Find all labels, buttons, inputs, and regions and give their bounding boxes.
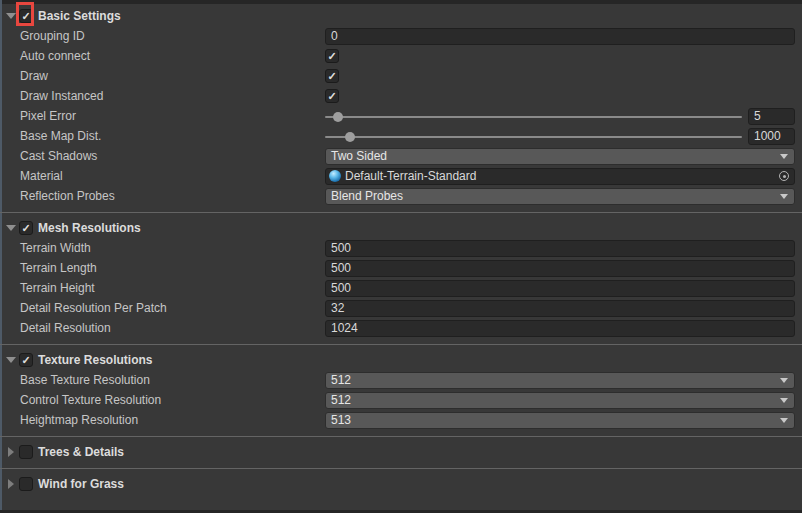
row-terrain-length: Terrain Length500 [2, 258, 802, 278]
dropdown-value: 512 [331, 373, 351, 388]
dropdown-value: 513 [331, 413, 351, 428]
field-label: Grouping ID [2, 29, 325, 43]
triangle-down-icon [6, 225, 16, 231]
foldout-toggle[interactable] [2, 357, 19, 363]
terrain-length-input[interactable]: 500 [325, 260, 795, 277]
field-value-area: 0 [325, 28, 795, 45]
foldout-toggle[interactable] [2, 225, 19, 231]
heightmap-resolution-dropdown[interactable]: 513 [325, 412, 795, 429]
auto-connect-checkbox[interactable]: ✓ [325, 49, 339, 63]
reflection-probes-dropdown[interactable]: Blend Probes [325, 188, 795, 205]
row-cast-shadows: Cast ShadowsTwo Sided [2, 146, 802, 166]
field-value-area: Default-Terrain-Standard [325, 168, 795, 185]
row-pixel-error: Pixel Error5 [2, 106, 802, 126]
row-auto-connect: Auto connect✓ [2, 46, 802, 66]
section-title: Mesh Resolutions [38, 221, 141, 235]
wind-for-grass-checkbox[interactable] [19, 477, 33, 491]
terrain-width-input[interactable]: 500 [325, 240, 795, 257]
slider-track [325, 116, 742, 118]
dropdown-value: Two Sided [331, 149, 387, 164]
row-base-map-dist: Base Map Dist.1000 [2, 126, 802, 146]
draw-instanced-checkbox[interactable]: ✓ [325, 89, 339, 103]
mesh-resolutions-checkbox[interactable]: ✓ [19, 221, 33, 235]
base-map-dist-input[interactable]: 1000 [748, 128, 795, 145]
field-label: Terrain Width [2, 241, 325, 255]
field-value-area: 500 [325, 240, 795, 257]
object-picker-icon[interactable] [779, 171, 789, 181]
row-base-texture-resolution: Base Texture Resolution512 [2, 370, 802, 390]
base-texture-resolution-dropdown[interactable]: 512 [325, 372, 795, 389]
slider-thumb[interactable] [333, 112, 343, 122]
cast-shadows-dropdown[interactable]: Two Sided [325, 148, 795, 165]
row-draw-instanced: Draw Instanced✓ [2, 86, 802, 106]
field-label: Detail Resolution Per Patch [2, 301, 325, 315]
field-value-area: 1024 [325, 320, 795, 337]
terrain-height-input[interactable]: 500 [325, 280, 795, 297]
detail-resolution-input[interactable]: 1024 [325, 320, 795, 337]
section-title: Trees & Details [38, 445, 124, 459]
field-label: Detail Resolution [2, 321, 325, 335]
section-header-wind-for-grass[interactable]: Wind for Grass [2, 474, 802, 494]
chevron-down-icon [780, 154, 788, 159]
detail-resolution-per-patch-input[interactable]: 32 [325, 300, 795, 317]
field-label: Draw Instanced [2, 89, 325, 103]
dropdown-value: Blend Probes [331, 189, 403, 204]
checkmark-icon: ✓ [327, 71, 336, 82]
field-value-area: 512 [325, 372, 795, 389]
pixel-error-slider[interactable] [325, 108, 742, 125]
row-draw: Draw✓ [2, 66, 802, 86]
section-title: Basic Settings [38, 9, 121, 23]
texture-resolutions-checkbox[interactable]: ✓ [19, 353, 33, 367]
field-value-area: 5 [325, 108, 795, 125]
chevron-down-icon [780, 378, 788, 383]
dropdown-value: 512 [331, 393, 351, 408]
field-label: Terrain Height [2, 281, 325, 295]
chevron-down-icon [780, 398, 788, 403]
triangle-down-icon [6, 357, 16, 363]
material-sphere-icon [329, 170, 341, 182]
row-detail-resolution-per-patch: Detail Resolution Per Patch32 [2, 298, 802, 318]
field-value-area: Blend Probes [325, 188, 795, 205]
field-value-area: ✓ [325, 68, 795, 85]
field-label: Material [2, 169, 325, 183]
section-title: Texture Resolutions [38, 353, 152, 367]
basic-settings-checkbox[interactable]: ✓ [19, 9, 33, 23]
field-label: Draw [2, 69, 325, 83]
object-field-value: Default-Terrain-Standard [345, 169, 476, 183]
section-divider [0, 212, 802, 213]
foldout-toggle[interactable] [2, 479, 19, 489]
row-reflection-probes: Reflection ProbesBlend Probes [2, 186, 802, 206]
section-header-mesh-resolutions[interactable]: ✓Mesh Resolutions [2, 218, 802, 238]
row-terrain-width: Terrain Width500 [2, 238, 802, 258]
material-object-field[interactable]: Default-Terrain-Standard [325, 168, 795, 185]
field-label: Auto connect [2, 49, 325, 63]
unity-inspector: { "colors": { "panel_bg": "#383838", "fi… [0, 0, 802, 513]
field-value-area: 513 [325, 412, 795, 429]
field-value-area: ✓ [325, 48, 795, 65]
field-value-area: ✓ [325, 88, 795, 105]
triangle-right-icon [8, 479, 14, 489]
row-material: MaterialDefault-Terrain-Standard [2, 166, 802, 186]
row-detail-resolution: Detail Resolution1024 [2, 318, 802, 338]
section-header-trees-details[interactable]: Trees & Details [2, 442, 802, 462]
checkmark-icon: ✓ [21, 355, 30, 366]
field-label: Cast Shadows [2, 149, 325, 163]
section-header-basic-settings[interactable]: ✓Basic Settings [2, 6, 802, 26]
control-texture-resolution-dropdown[interactable]: 512 [325, 392, 795, 409]
row-grouping-id: Grouping ID0 [2, 26, 802, 46]
section-divider [0, 468, 802, 469]
slider-thumb[interactable] [345, 132, 355, 142]
row-control-texture-resolution: Control Texture Resolution512 [2, 390, 802, 410]
chevron-down-icon [780, 194, 788, 199]
field-value-area: 512 [325, 392, 795, 409]
field-value-area: 32 [325, 300, 795, 317]
base-map-dist-slider[interactable] [325, 128, 742, 145]
field-value-area: 500 [325, 260, 795, 277]
grouping-id-input[interactable]: 0 [325, 28, 795, 45]
foldout-toggle[interactable] [2, 13, 19, 19]
trees-details-checkbox[interactable] [19, 445, 33, 459]
foldout-toggle[interactable] [2, 447, 19, 457]
section-header-texture-resolutions[interactable]: ✓Texture Resolutions [2, 350, 802, 370]
draw-checkbox[interactable]: ✓ [325, 69, 339, 83]
pixel-error-input[interactable]: 5 [748, 108, 795, 125]
